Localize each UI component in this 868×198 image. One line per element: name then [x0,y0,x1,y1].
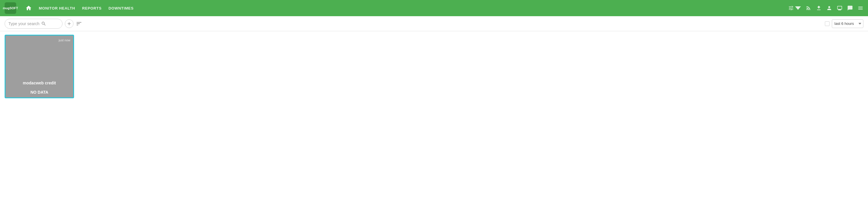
nav-downtimes[interactable]: DOWNTIMES [108,6,134,10]
nav-reports[interactable]: REPORTS [82,6,101,10]
card-timestamp: just now [59,38,70,42]
logo-box: mug SOFT [5,2,16,14]
chat-icon[interactable] [847,5,853,11]
search-icon [41,21,46,26]
filter-settings-icon[interactable] [788,5,801,11]
content-area: just now modacweb credit NO DATA [0,31,868,198]
header-right-icons [788,5,863,11]
logo: mug SOFT [5,2,16,14]
main-nav: MONITOR HEALTH REPORTS DOWNTIMES [39,6,134,10]
main-header: mug SOFT MONITOR HEALTH REPORTS DOWNTIME… [0,0,868,16]
monitor-card-modacweb-credit[interactable]: just now modacweb credit NO DATA [5,35,74,98]
add-monitor-button[interactable] [65,20,73,28]
card-title: modacweb credit [23,80,56,85]
download-icon[interactable] [816,5,822,11]
user-icon[interactable] [826,5,832,11]
toolbar: Type your search last 6 hours last 12 ho… [0,16,868,31]
filter-list-icon[interactable] [76,21,82,27]
search-placeholder-text: Type your search [8,22,39,26]
screen-icon[interactable] [837,5,842,11]
hamburger-menu-icon[interactable] [858,5,863,11]
nav-monitor-health[interactable]: MONITOR HEALTH [39,6,75,10]
time-filter-area: last 6 hours last 12 hours last 24 hours… [825,20,863,28]
home-icon[interactable] [26,5,32,11]
time-range-select[interactable]: last 6 hours last 12 hours last 24 hours… [832,20,863,28]
search-box[interactable]: Type your search [5,19,62,29]
rss-feed-icon[interactable] [806,5,811,11]
card-status: NO DATA [30,90,48,95]
time-checkbox[interactable] [825,22,830,26]
